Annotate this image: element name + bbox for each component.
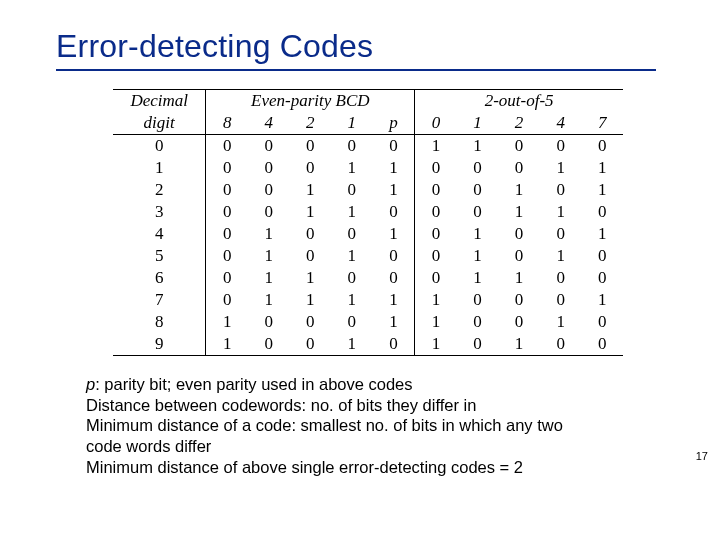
cell-decimal: 5 [113, 245, 206, 267]
cell-bcd: 1 [206, 333, 248, 356]
cell-2of5: 0 [457, 311, 499, 333]
cell-2of5: 0 [498, 223, 540, 245]
cell-parity: 0 [373, 267, 415, 289]
hdr-5-2: 2 [498, 112, 540, 135]
cell-2of5: 0 [540, 135, 582, 158]
cell-decimal: 7 [113, 289, 206, 311]
table-row: 40100101001 [113, 223, 623, 245]
cell-bcd: 1 [331, 245, 373, 267]
cell-bcd: 0 [248, 201, 290, 223]
cell-2of5: 1 [415, 333, 457, 356]
slide: Error-detecting Codes Decimal Even-parit… [0, 0, 720, 540]
hdr-5-4: 4 [540, 112, 582, 135]
cell-parity: 0 [373, 245, 415, 267]
note-line-3b: code words differ [86, 436, 630, 457]
cell-decimal: 3 [113, 201, 206, 223]
cell-bcd: 0 [290, 245, 332, 267]
cell-decimal: 8 [113, 311, 206, 333]
cell-2of5: 1 [415, 135, 457, 158]
table-header-row-1: Decimal Even-parity BCD 2-out-of-5 [113, 90, 623, 113]
hdr-bcd-8: 8 [206, 112, 248, 135]
table-row: 50101001010 [113, 245, 623, 267]
codes-table: Decimal Even-parity BCD 2-out-of-5 digit… [113, 89, 623, 356]
cell-bcd: 0 [331, 135, 373, 158]
cell-2of5: 0 [457, 289, 499, 311]
note-p-symbol: p [86, 375, 95, 393]
cell-bcd: 0 [206, 135, 248, 158]
codes-table-wrap: Decimal Even-parity BCD 2-out-of-5 digit… [113, 89, 623, 356]
cell-2of5: 0 [581, 135, 623, 158]
cell-parity: 1 [373, 289, 415, 311]
hdr-decimal: Decimal [113, 90, 206, 113]
cell-2of5: 1 [581, 157, 623, 179]
cell-bcd: 0 [290, 311, 332, 333]
cell-2of5: 0 [581, 311, 623, 333]
note-line-4: Minimum distance of above single error-d… [86, 457, 630, 478]
cell-parity: 1 [373, 157, 415, 179]
cell-2of5: 1 [415, 311, 457, 333]
cell-2of5: 0 [415, 179, 457, 201]
cell-2of5: 0 [415, 245, 457, 267]
cell-decimal: 9 [113, 333, 206, 356]
note-line-1: p: parity bit; even parity used in above… [86, 374, 630, 395]
cell-2of5: 0 [581, 333, 623, 356]
cell-2of5: 0 [581, 245, 623, 267]
cell-bcd: 1 [290, 179, 332, 201]
cell-2of5: 0 [415, 157, 457, 179]
cell-2of5: 0 [415, 201, 457, 223]
notes-block: p: parity bit; even parity used in above… [86, 374, 630, 477]
cell-2of5: 0 [540, 179, 582, 201]
cell-parity: 0 [373, 333, 415, 356]
table-row: 20010100101 [113, 179, 623, 201]
cell-bcd: 0 [331, 267, 373, 289]
title-rule [56, 69, 656, 71]
cell-2of5: 0 [457, 157, 499, 179]
cell-parity: 1 [373, 179, 415, 201]
cell-bcd: 0 [248, 135, 290, 158]
cell-parity: 0 [373, 135, 415, 158]
cell-bcd: 0 [248, 179, 290, 201]
cell-2of5: 1 [540, 311, 582, 333]
cell-bcd: 1 [331, 289, 373, 311]
cell-bcd: 0 [331, 223, 373, 245]
cell-bcd: 1 [248, 267, 290, 289]
cell-2of5: 0 [498, 311, 540, 333]
cell-2of5: 1 [498, 267, 540, 289]
cell-2of5: 0 [540, 289, 582, 311]
hdr-p: p [373, 112, 415, 135]
hdr-two-of-five: 2-out-of-5 [415, 90, 623, 113]
cell-decimal: 4 [113, 223, 206, 245]
cell-bcd: 0 [331, 179, 373, 201]
table-row: 00000011000 [113, 135, 623, 158]
cell-bcd: 0 [206, 267, 248, 289]
cell-2of5: 0 [581, 267, 623, 289]
cell-bcd: 0 [331, 311, 373, 333]
hdr-digit: digit [113, 112, 206, 135]
cell-2of5: 1 [498, 179, 540, 201]
cell-2of5: 1 [457, 223, 499, 245]
cell-bcd: 0 [206, 179, 248, 201]
cell-bcd: 0 [248, 333, 290, 356]
cell-2of5: 0 [498, 245, 540, 267]
table-row: 91001010100 [113, 333, 623, 356]
cell-bcd: 0 [248, 311, 290, 333]
cell-bcd: 0 [290, 333, 332, 356]
cell-decimal: 2 [113, 179, 206, 201]
cell-bcd: 1 [331, 157, 373, 179]
cell-2of5: 0 [457, 201, 499, 223]
cell-2of5: 0 [498, 135, 540, 158]
cell-bcd: 0 [206, 157, 248, 179]
slide-title: Error-detecting Codes [56, 28, 680, 65]
page-number: 17 [696, 450, 708, 462]
table-row: 70111110001 [113, 289, 623, 311]
cell-2of5: 1 [457, 245, 499, 267]
hdr-even-parity: Even-parity BCD [206, 90, 415, 113]
table-row: 81000110010 [113, 311, 623, 333]
cell-bcd: 1 [290, 201, 332, 223]
cell-decimal: 0 [113, 135, 206, 158]
cell-bcd: 1 [248, 289, 290, 311]
cell-bcd: 0 [290, 157, 332, 179]
cell-decimal: 6 [113, 267, 206, 289]
cell-2of5: 1 [540, 245, 582, 267]
hdr-bcd-1: 1 [331, 112, 373, 135]
